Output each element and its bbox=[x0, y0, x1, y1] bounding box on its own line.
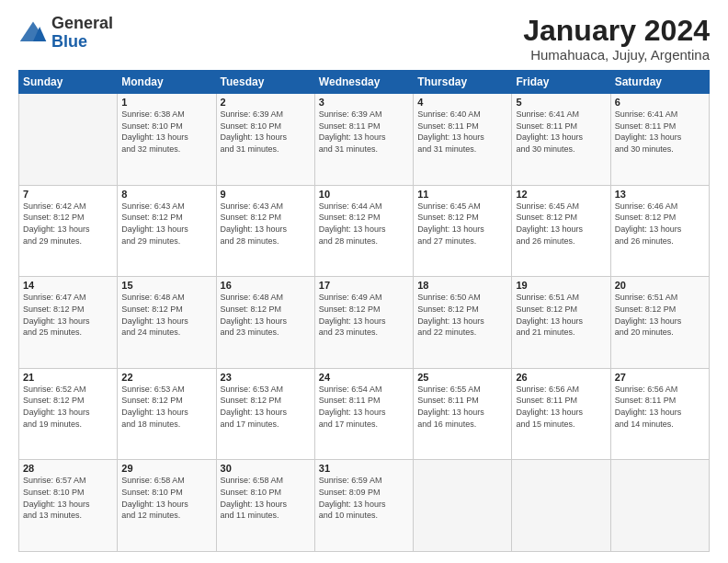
day-number: 27 bbox=[615, 372, 705, 383]
day-info: Sunrise: 6:59 AMSunset: 8:09 PMDaylight:… bbox=[319, 475, 409, 521]
calendar-cell: 16Sunrise: 6:48 AMSunset: 8:12 PMDayligh… bbox=[216, 277, 314, 369]
logo-text: General Blue bbox=[51, 15, 113, 52]
calendar-cell: 27Sunrise: 6:56 AMSunset: 8:11 PMDayligh… bbox=[610, 368, 709, 460]
col-tuesday: Tuesday bbox=[216, 71, 314, 94]
day-number: 15 bbox=[121, 280, 211, 291]
day-number: 3 bbox=[319, 97, 409, 108]
logo: General Blue bbox=[18, 15, 113, 52]
col-sunday: Sunday bbox=[19, 71, 118, 94]
day-info: Sunrise: 6:40 AMSunset: 8:11 PMDaylight:… bbox=[417, 109, 507, 155]
calendar-cell: 15Sunrise: 6:48 AMSunset: 8:12 PMDayligh… bbox=[118, 277, 216, 369]
calendar-cell: 3Sunrise: 6:39 AMSunset: 8:11 PMDaylight… bbox=[314, 94, 413, 186]
calendar-subtitle: Humahuaca, Jujuy, Argentina bbox=[523, 47, 710, 63]
title-block: January 2024 Humahuaca, Jujuy, Argentina bbox=[523, 15, 710, 63]
day-info: Sunrise: 6:57 AMSunset: 8:10 PMDaylight:… bbox=[23, 475, 113, 521]
calendar-cell: 18Sunrise: 6:50 AMSunset: 8:12 PMDayligh… bbox=[414, 277, 512, 369]
day-number: 17 bbox=[319, 280, 409, 291]
day-number: 31 bbox=[319, 463, 409, 474]
calendar-cell: 14Sunrise: 6:47 AMSunset: 8:12 PMDayligh… bbox=[19, 277, 118, 369]
day-info: Sunrise: 6:44 AMSunset: 8:12 PMDaylight:… bbox=[319, 201, 409, 247]
day-info: Sunrise: 6:41 AMSunset: 8:11 PMDaylight:… bbox=[516, 109, 606, 155]
calendar-cell bbox=[610, 460, 709, 552]
day-info: Sunrise: 6:53 AMSunset: 8:12 PMDaylight:… bbox=[121, 384, 211, 430]
week-row-1: 1Sunrise: 6:38 AMSunset: 8:10 PMDaylight… bbox=[19, 94, 710, 186]
day-info: Sunrise: 6:43 AMSunset: 8:12 PMDaylight:… bbox=[121, 201, 211, 247]
logo-icon bbox=[18, 18, 48, 48]
day-number: 13 bbox=[615, 189, 705, 200]
calendar-cell: 21Sunrise: 6:52 AMSunset: 8:12 PMDayligh… bbox=[19, 368, 118, 460]
day-number: 4 bbox=[417, 97, 507, 108]
day-number: 23 bbox=[221, 372, 311, 383]
col-saturday: Saturday bbox=[610, 71, 709, 94]
day-info: Sunrise: 6:42 AMSunset: 8:12 PMDaylight:… bbox=[23, 201, 113, 247]
day-number: 14 bbox=[23, 280, 113, 291]
day-number: 29 bbox=[121, 463, 211, 474]
day-number: 7 bbox=[23, 189, 113, 200]
calendar-cell: 12Sunrise: 6:45 AMSunset: 8:12 PMDayligh… bbox=[512, 185, 610, 277]
day-number: 16 bbox=[221, 280, 311, 291]
day-number: 11 bbox=[417, 189, 507, 200]
day-info: Sunrise: 6:38 AMSunset: 8:10 PMDaylight:… bbox=[121, 109, 211, 155]
day-number: 21 bbox=[23, 372, 113, 383]
day-info: Sunrise: 6:58 AMSunset: 8:10 PMDaylight:… bbox=[121, 475, 211, 521]
day-info: Sunrise: 6:49 AMSunset: 8:12 PMDaylight:… bbox=[319, 292, 409, 338]
day-info: Sunrise: 6:39 AMSunset: 8:11 PMDaylight:… bbox=[319, 109, 409, 155]
header-row: Sunday Monday Tuesday Wednesday Thursday… bbox=[19, 71, 710, 94]
day-info: Sunrise: 6:47 AMSunset: 8:12 PMDaylight:… bbox=[23, 292, 113, 338]
day-info: Sunrise: 6:51 AMSunset: 8:12 PMDaylight:… bbox=[516, 292, 606, 338]
calendar-cell: 8Sunrise: 6:43 AMSunset: 8:12 PMDaylight… bbox=[118, 185, 216, 277]
calendar-title: January 2024 bbox=[523, 15, 710, 47]
day-number: 25 bbox=[417, 372, 507, 383]
day-number: 2 bbox=[221, 97, 311, 108]
day-number: 9 bbox=[221, 189, 311, 200]
day-info: Sunrise: 6:50 AMSunset: 8:12 PMDaylight:… bbox=[417, 292, 507, 338]
day-info: Sunrise: 6:53 AMSunset: 8:12 PMDaylight:… bbox=[221, 384, 311, 430]
calendar-cell: 4Sunrise: 6:40 AMSunset: 8:11 PMDaylight… bbox=[414, 94, 512, 186]
day-info: Sunrise: 6:46 AMSunset: 8:12 PMDaylight:… bbox=[615, 201, 705, 247]
calendar-cell: 29Sunrise: 6:58 AMSunset: 8:10 PMDayligh… bbox=[118, 460, 216, 552]
day-info: Sunrise: 6:51 AMSunset: 8:12 PMDaylight:… bbox=[615, 292, 705, 338]
day-number: 30 bbox=[221, 463, 311, 474]
day-number: 28 bbox=[23, 463, 113, 474]
day-info: Sunrise: 6:56 AMSunset: 8:11 PMDaylight:… bbox=[516, 384, 606, 430]
day-info: Sunrise: 6:56 AMSunset: 8:11 PMDaylight:… bbox=[615, 384, 705, 430]
calendar-cell: 9Sunrise: 6:43 AMSunset: 8:12 PMDaylight… bbox=[216, 185, 314, 277]
calendar-cell: 23Sunrise: 6:53 AMSunset: 8:12 PMDayligh… bbox=[216, 368, 314, 460]
week-row-5: 28Sunrise: 6:57 AMSunset: 8:10 PMDayligh… bbox=[19, 460, 710, 552]
day-number: 18 bbox=[417, 280, 507, 291]
calendar-cell: 30Sunrise: 6:58 AMSunset: 8:10 PMDayligh… bbox=[216, 460, 314, 552]
calendar-cell: 31Sunrise: 6:59 AMSunset: 8:09 PMDayligh… bbox=[314, 460, 413, 552]
day-info: Sunrise: 6:54 AMSunset: 8:11 PMDaylight:… bbox=[319, 384, 409, 430]
calendar-cell: 2Sunrise: 6:39 AMSunset: 8:10 PMDaylight… bbox=[216, 94, 314, 186]
col-monday: Monday bbox=[118, 71, 216, 94]
day-info: Sunrise: 6:43 AMSunset: 8:12 PMDaylight:… bbox=[221, 201, 311, 247]
day-number: 1 bbox=[121, 97, 211, 108]
col-wednesday: Wednesday bbox=[314, 71, 413, 94]
week-row-3: 14Sunrise: 6:47 AMSunset: 8:12 PMDayligh… bbox=[19, 277, 710, 369]
calendar-cell bbox=[512, 460, 610, 552]
day-info: Sunrise: 6:52 AMSunset: 8:12 PMDaylight:… bbox=[23, 384, 113, 430]
day-number: 22 bbox=[121, 372, 211, 383]
calendar-cell: 20Sunrise: 6:51 AMSunset: 8:12 PMDayligh… bbox=[610, 277, 709, 369]
week-row-4: 21Sunrise: 6:52 AMSunset: 8:12 PMDayligh… bbox=[19, 368, 710, 460]
calendar-cell: 11Sunrise: 6:45 AMSunset: 8:12 PMDayligh… bbox=[414, 185, 512, 277]
logo-general-text: General bbox=[51, 14, 113, 32]
calendar-cell: 10Sunrise: 6:44 AMSunset: 8:12 PMDayligh… bbox=[314, 185, 413, 277]
calendar-cell: 26Sunrise: 6:56 AMSunset: 8:11 PMDayligh… bbox=[512, 368, 610, 460]
day-number: 19 bbox=[516, 280, 606, 291]
calendar-table: Sunday Monday Tuesday Wednesday Thursday… bbox=[18, 70, 710, 552]
col-friday: Friday bbox=[512, 71, 610, 94]
calendar-cell bbox=[19, 94, 118, 186]
logo-blue-text: Blue bbox=[51, 32, 87, 51]
calendar-cell: 6Sunrise: 6:41 AMSunset: 8:11 PMDaylight… bbox=[610, 94, 709, 186]
day-number: 10 bbox=[319, 189, 409, 200]
calendar-cell: 25Sunrise: 6:55 AMSunset: 8:11 PMDayligh… bbox=[414, 368, 512, 460]
calendar-cell bbox=[414, 460, 512, 552]
day-info: Sunrise: 6:48 AMSunset: 8:12 PMDaylight:… bbox=[121, 292, 211, 338]
day-number: 5 bbox=[516, 97, 606, 108]
day-info: Sunrise: 6:55 AMSunset: 8:11 PMDaylight:… bbox=[417, 384, 507, 430]
day-number: 8 bbox=[121, 189, 211, 200]
day-info: Sunrise: 6:39 AMSunset: 8:10 PMDaylight:… bbox=[221, 109, 311, 155]
day-info: Sunrise: 6:48 AMSunset: 8:12 PMDaylight:… bbox=[221, 292, 311, 338]
day-number: 24 bbox=[319, 372, 409, 383]
